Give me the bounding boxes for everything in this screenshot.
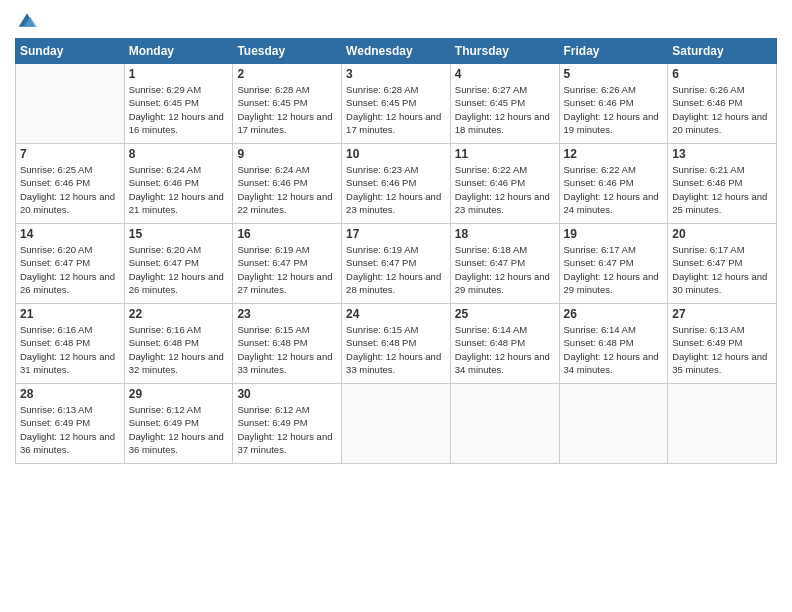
calendar-cell: 21Sunrise: 6:16 AMSunset: 6:48 PMDayligh…: [16, 304, 125, 384]
sunset-text: Sunset: 6:48 PM: [564, 336, 664, 349]
sunset-text: Sunset: 6:45 PM: [455, 96, 555, 109]
sunrise-text: Sunrise: 6:24 AM: [237, 163, 337, 176]
calendar-cell: 27Sunrise: 6:13 AMSunset: 6:49 PMDayligh…: [668, 304, 777, 384]
sunset-text: Sunset: 6:47 PM: [455, 256, 555, 269]
day-info: Sunrise: 6:18 AMSunset: 6:47 PMDaylight:…: [455, 243, 555, 296]
day-info: Sunrise: 6:27 AMSunset: 6:45 PMDaylight:…: [455, 83, 555, 136]
day-info: Sunrise: 6:15 AMSunset: 6:48 PMDaylight:…: [346, 323, 446, 376]
calendar-cell: [342, 384, 451, 464]
day-number: 12: [564, 147, 664, 161]
sunrise-text: Sunrise: 6:23 AM: [346, 163, 446, 176]
daylight-text: Daylight: 12 hours and 20 minutes.: [20, 190, 120, 217]
sunset-text: Sunset: 6:47 PM: [237, 256, 337, 269]
sunrise-text: Sunrise: 6:16 AM: [20, 323, 120, 336]
calendar-cell: 17Sunrise: 6:19 AMSunset: 6:47 PMDayligh…: [342, 224, 451, 304]
logo-icon: [17, 10, 37, 30]
day-number: 9: [237, 147, 337, 161]
sunrise-text: Sunrise: 6:25 AM: [20, 163, 120, 176]
calendar-cell: 7Sunrise: 6:25 AMSunset: 6:46 PMDaylight…: [16, 144, 125, 224]
calendar-cell: 12Sunrise: 6:22 AMSunset: 6:46 PMDayligh…: [559, 144, 668, 224]
daylight-text: Daylight: 12 hours and 33 minutes.: [237, 350, 337, 377]
day-info: Sunrise: 6:24 AMSunset: 6:46 PMDaylight:…: [237, 163, 337, 216]
calendar-cell: 30Sunrise: 6:12 AMSunset: 6:49 PMDayligh…: [233, 384, 342, 464]
sunrise-text: Sunrise: 6:26 AM: [564, 83, 664, 96]
day-number: 20: [672, 227, 772, 241]
daylight-text: Daylight: 12 hours and 24 minutes.: [564, 190, 664, 217]
calendar-cell: [559, 384, 668, 464]
sunrise-text: Sunrise: 6:20 AM: [129, 243, 229, 256]
sunrise-text: Sunrise: 6:22 AM: [455, 163, 555, 176]
day-number: 11: [455, 147, 555, 161]
sunset-text: Sunset: 6:48 PM: [455, 336, 555, 349]
sunset-text: Sunset: 6:48 PM: [237, 336, 337, 349]
daylight-text: Daylight: 12 hours and 34 minutes.: [564, 350, 664, 377]
sunrise-text: Sunrise: 6:13 AM: [672, 323, 772, 336]
daylight-text: Daylight: 12 hours and 36 minutes.: [129, 430, 229, 457]
daylight-text: Daylight: 12 hours and 26 minutes.: [20, 270, 120, 297]
day-number: 22: [129, 307, 229, 321]
weekday-header: Thursday: [450, 39, 559, 64]
daylight-text: Daylight: 12 hours and 26 minutes.: [129, 270, 229, 297]
day-number: 25: [455, 307, 555, 321]
calendar-cell: 13Sunrise: 6:21 AMSunset: 6:46 PMDayligh…: [668, 144, 777, 224]
daylight-text: Daylight: 12 hours and 30 minutes.: [672, 270, 772, 297]
daylight-text: Daylight: 12 hours and 19 minutes.: [564, 110, 664, 137]
calendar-week-row: 21Sunrise: 6:16 AMSunset: 6:48 PMDayligh…: [16, 304, 777, 384]
day-info: Sunrise: 6:17 AMSunset: 6:47 PMDaylight:…: [672, 243, 772, 296]
day-info: Sunrise: 6:21 AMSunset: 6:46 PMDaylight:…: [672, 163, 772, 216]
day-number: 30: [237, 387, 337, 401]
calendar-cell: 14Sunrise: 6:20 AMSunset: 6:47 PMDayligh…: [16, 224, 125, 304]
daylight-text: Daylight: 12 hours and 21 minutes.: [129, 190, 229, 217]
calendar-week-row: 1Sunrise: 6:29 AMSunset: 6:45 PMDaylight…: [16, 64, 777, 144]
day-info: Sunrise: 6:12 AMSunset: 6:49 PMDaylight:…: [129, 403, 229, 456]
sunset-text: Sunset: 6:46 PM: [237, 176, 337, 189]
day-number: 1: [129, 67, 229, 81]
sunset-text: Sunset: 6:45 PM: [237, 96, 337, 109]
sunrise-text: Sunrise: 6:12 AM: [129, 403, 229, 416]
daylight-text: Daylight: 12 hours and 32 minutes.: [129, 350, 229, 377]
sunset-text: Sunset: 6:49 PM: [237, 416, 337, 429]
day-info: Sunrise: 6:19 AMSunset: 6:47 PMDaylight:…: [237, 243, 337, 296]
daylight-text: Daylight: 12 hours and 22 minutes.: [237, 190, 337, 217]
day-number: 8: [129, 147, 229, 161]
sunrise-text: Sunrise: 6:13 AM: [20, 403, 120, 416]
calendar-cell: 26Sunrise: 6:14 AMSunset: 6:48 PMDayligh…: [559, 304, 668, 384]
sunrise-text: Sunrise: 6:24 AM: [129, 163, 229, 176]
day-number: 28: [20, 387, 120, 401]
calendar-cell: 24Sunrise: 6:15 AMSunset: 6:48 PMDayligh…: [342, 304, 451, 384]
sunrise-text: Sunrise: 6:16 AM: [129, 323, 229, 336]
weekday-header: Friday: [559, 39, 668, 64]
sunset-text: Sunset: 6:46 PM: [564, 96, 664, 109]
weekday-header: Wednesday: [342, 39, 451, 64]
calendar-cell: 22Sunrise: 6:16 AMSunset: 6:48 PMDayligh…: [124, 304, 233, 384]
calendar-cell: 10Sunrise: 6:23 AMSunset: 6:46 PMDayligh…: [342, 144, 451, 224]
day-number: 23: [237, 307, 337, 321]
calendar-cell: 23Sunrise: 6:15 AMSunset: 6:48 PMDayligh…: [233, 304, 342, 384]
sunset-text: Sunset: 6:46 PM: [129, 176, 229, 189]
sunrise-text: Sunrise: 6:15 AM: [237, 323, 337, 336]
day-number: 10: [346, 147, 446, 161]
sunset-text: Sunset: 6:46 PM: [672, 96, 772, 109]
day-number: 7: [20, 147, 120, 161]
daylight-text: Daylight: 12 hours and 36 minutes.: [20, 430, 120, 457]
day-info: Sunrise: 6:15 AMSunset: 6:48 PMDaylight:…: [237, 323, 337, 376]
sunset-text: Sunset: 6:48 PM: [129, 336, 229, 349]
calendar-cell: 15Sunrise: 6:20 AMSunset: 6:47 PMDayligh…: [124, 224, 233, 304]
day-info: Sunrise: 6:29 AMSunset: 6:45 PMDaylight:…: [129, 83, 229, 136]
sunrise-text: Sunrise: 6:21 AM: [672, 163, 772, 176]
daylight-text: Daylight: 12 hours and 18 minutes.: [455, 110, 555, 137]
calendar-cell: 9Sunrise: 6:24 AMSunset: 6:46 PMDaylight…: [233, 144, 342, 224]
sunset-text: Sunset: 6:46 PM: [455, 176, 555, 189]
day-info: Sunrise: 6:17 AMSunset: 6:47 PMDaylight:…: [564, 243, 664, 296]
daylight-text: Daylight: 12 hours and 16 minutes.: [129, 110, 229, 137]
sunrise-text: Sunrise: 6:26 AM: [672, 83, 772, 96]
weekday-header: Tuesday: [233, 39, 342, 64]
sunrise-text: Sunrise: 6:19 AM: [346, 243, 446, 256]
calendar-cell: [668, 384, 777, 464]
calendar-cell: 16Sunrise: 6:19 AMSunset: 6:47 PMDayligh…: [233, 224, 342, 304]
daylight-text: Daylight: 12 hours and 27 minutes.: [237, 270, 337, 297]
sunset-text: Sunset: 6:45 PM: [129, 96, 229, 109]
sunrise-text: Sunrise: 6:22 AM: [564, 163, 664, 176]
daylight-text: Daylight: 12 hours and 17 minutes.: [237, 110, 337, 137]
sunrise-text: Sunrise: 6:17 AM: [672, 243, 772, 256]
